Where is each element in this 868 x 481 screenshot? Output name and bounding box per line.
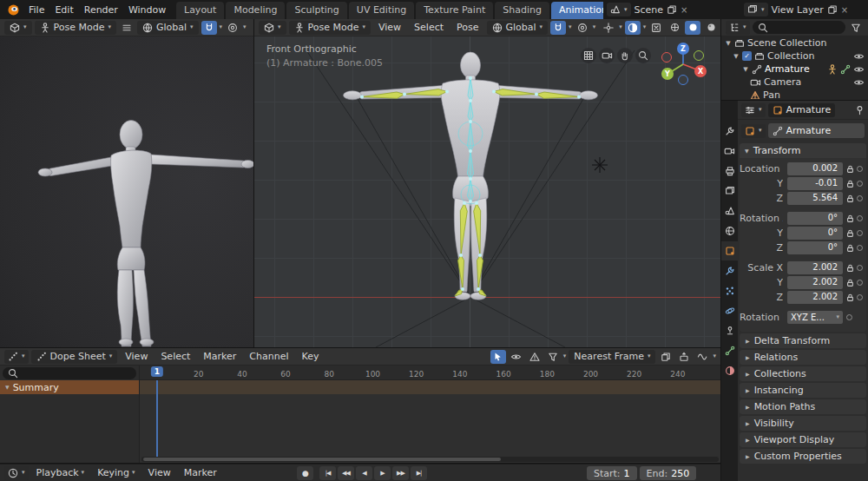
- outliner-row-armature[interactable]: ▼ Armature: [721, 63, 868, 76]
- menu-channel[interactable]: Channel: [244, 351, 293, 362]
- proportional-editing-button[interactable]: [225, 21, 240, 35]
- transform-orientation-dropdown[interactable]: Global ▾: [487, 21, 549, 35]
- toggle-perspective-button[interactable]: [581, 48, 596, 63]
- copy-keyframes-button[interactable]: [658, 350, 674, 364]
- auto-keying-record-button[interactable]: ●: [297, 466, 313, 480]
- menu-key[interactable]: Key: [297, 351, 325, 362]
- channel-search[interactable]: [3, 367, 136, 379]
- expander-icon[interactable]: ▼: [742, 66, 749, 73]
- zoom-view-button[interactable]: [635, 48, 651, 63]
- hide-toggle-eye-icon[interactable]: [853, 64, 865, 75]
- rotation-y-field[interactable]: 0°: [787, 227, 843, 240]
- transform-orientation-dropdown[interactable]: Global ▾: [137, 21, 199, 35]
- shading-material-button[interactable]: [703, 21, 719, 35]
- menu-playback[interactable]: Playback▾: [31, 467, 90, 478]
- summary-channel[interactable]: ▼ Summary: [0, 380, 139, 394]
- tab-scene[interactable]: [721, 201, 738, 221]
- new-scene-icon[interactable]: [667, 4, 677, 15]
- tab-animation[interactable]: Animation: [551, 2, 603, 19]
- location-z-field[interactable]: 5.564: [787, 192, 843, 205]
- mode-dropdown[interactable]: Pose Mode ▾: [35, 21, 116, 35]
- lock-icon[interactable]: [846, 229, 854, 238]
- editor-type-button[interactable]: ▾: [726, 21, 750, 35]
- jump-to-end-button[interactable]: ▶|: [411, 466, 427, 480]
- tab-modifiers[interactable]: [721, 261, 738, 280]
- show-overlays-button[interactable]: [625, 21, 641, 35]
- move-view-button[interactable]: [617, 48, 633, 63]
- editor-type-button[interactable]: ▾: [259, 21, 286, 35]
- scene-name-label[interactable]: Scene: [635, 4, 664, 16]
- expander-icon[interactable]: ▼: [725, 40, 732, 47]
- play-reverse-button[interactable]: ◀: [356, 466, 372, 480]
- decorator-dot[interactable]: [857, 181, 863, 187]
- tab-view-layer[interactable]: [721, 181, 738, 201]
- paste-keyframes-button[interactable]: [676, 350, 692, 364]
- shading-wireframe-button[interactable]: [667, 21, 682, 35]
- rotation-x-field[interactable]: 0°: [787, 212, 843, 225]
- scene-browse-button[interactable]: ▾: [607, 3, 631, 16]
- gizmo-neg-z-axis[interactable]: [679, 76, 688, 85]
- lock-icon[interactable]: [846, 165, 854, 174]
- location-x-field[interactable]: 0.002: [787, 162, 843, 175]
- pose-badge-icon[interactable]: [827, 64, 838, 75]
- rotation-mode-dropdown[interactable]: XYZ E...▾: [787, 311, 843, 324]
- dope-sheet-timeline[interactable]: 20 40 60 80 100 120 140 160 180 200 220 …: [139, 366, 720, 463]
- tab-object[interactable]: [721, 241, 738, 260]
- mode-dropdown[interactable]: Pose Mode ▾: [289, 21, 371, 35]
- lock-icon[interactable]: [846, 293, 854, 302]
- snap-toggle-button[interactable]: [550, 21, 566, 35]
- tab-layout[interactable]: Layout: [176, 2, 224, 19]
- outliner-row-scene-collection[interactable]: ▼ Scene Collection: [721, 36, 868, 49]
- lock-icon[interactable]: [846, 244, 854, 253]
- location-y-field[interactable]: -0.01: [787, 177, 843, 190]
- tab-texture-paint[interactable]: Texture Paint: [416, 2, 493, 19]
- pin-icon[interactable]: [855, 105, 865, 115]
- xray-toggle-button[interactable]: [648, 21, 664, 35]
- decorator-dot[interactable]: [857, 245, 863, 251]
- next-keyframe-button[interactable]: ▶▶: [392, 466, 409, 480]
- menu-pose[interactable]: Pose: [451, 22, 483, 33]
- expander-icon[interactable]: ▼: [733, 53, 740, 60]
- new-view-layer-icon[interactable]: [827, 4, 838, 15]
- menu-render[interactable]: Render: [79, 4, 123, 16]
- show-hidden-toggle[interactable]: [509, 350, 524, 364]
- channel-search-input[interactable]: [22, 368, 124, 379]
- decorator-dot[interactable]: [857, 280, 863, 286]
- panel-delta-transform[interactable]: ▶Delta Transform: [740, 333, 866, 348]
- outliner-filter-button[interactable]: [848, 21, 864, 35]
- lock-icon[interactable]: [846, 279, 854, 287]
- shading-solid-button[interactable]: [685, 21, 700, 35]
- menu-edit[interactable]: Edit: [49, 4, 78, 16]
- tab-uv-editing[interactable]: UV Editing: [349, 2, 414, 19]
- menu-window[interactable]: Window: [123, 4, 171, 16]
- jump-to-start-button[interactable]: |◀: [319, 466, 336, 480]
- tab-tool[interactable]: [721, 122, 738, 141]
- unlink-scene-icon[interactable]: ×: [681, 5, 687, 15]
- viewport-center-canvas[interactable]: Front Orthographic (1) Armature : Bone.0…: [254, 36, 720, 347]
- decorator-dot[interactable]: [857, 215, 863, 221]
- breadcrumb[interactable]: Armature: [768, 103, 836, 117]
- decorator-dot[interactable]: [857, 195, 863, 201]
- lock-icon[interactable]: [846, 194, 854, 203]
- outliner-row-pan[interactable]: Pan: [721, 89, 868, 99]
- tab-constraints[interactable]: [721, 321, 738, 340]
- menu-view[interactable]: View: [143, 467, 176, 478]
- menu-marker[interactable]: Marker: [198, 351, 241, 362]
- lock-icon[interactable]: [846, 214, 854, 223]
- view-layer-name-label[interactable]: View Layer: [772, 4, 824, 16]
- menu-select[interactable]: Select: [409, 22, 449, 33]
- tab-object-data[interactable]: [721, 341, 738, 360]
- hide-toggle-eye-icon[interactable]: [853, 77, 865, 88]
- collection-checkbox[interactable]: ✓: [742, 51, 752, 61]
- editor-type-button[interactable]: ▾: [741, 103, 766, 117]
- hide-toggle-eye-icon[interactable]: [853, 51, 865, 62]
- tab-render[interactable]: [721, 142, 738, 161]
- lock-icon[interactable]: [846, 264, 854, 273]
- show-errors-toggle[interactable]: [527, 350, 542, 364]
- tab-world[interactable]: [721, 221, 738, 240]
- outliner-search-input[interactable]: [771, 22, 832, 33]
- scale-y-field[interactable]: 2.002: [787, 276, 843, 289]
- header-menu-button[interactable]: [119, 21, 135, 35]
- view-layer-browse-button[interactable]: ▾: [744, 3, 768, 16]
- scale-z-field[interactable]: 2.002: [787, 291, 843, 304]
